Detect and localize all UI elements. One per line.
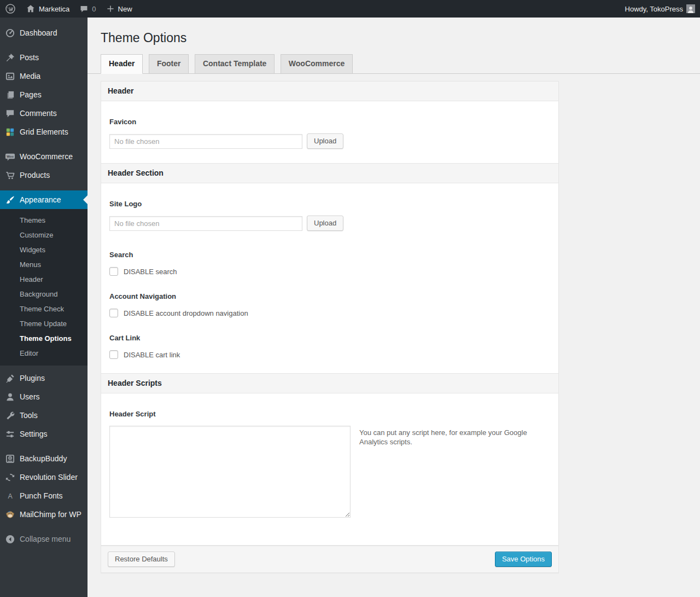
tab-footer[interactable]: Footer: [149, 54, 189, 74]
sidebar-item-appearance[interactable]: Appearance: [0, 190, 88, 209]
sidebar-item-woocommerce[interactable]: Woo WooCommerce: [0, 147, 88, 166]
cart-icon: [0, 170, 20, 181]
sidebar-item-plugins[interactable]: Plugins: [0, 369, 88, 387]
backup-icon: [0, 454, 20, 464]
header-script-textarea[interactable]: [109, 426, 351, 518]
new-label: New: [118, 5, 132, 13]
save-options-button[interactable]: Save Options: [495, 552, 552, 567]
section-header-title: Header: [101, 82, 558, 101]
sidebar-item-users[interactable]: Users: [0, 387, 88, 406]
submenu-item-menus[interactable]: Menus: [0, 257, 88, 272]
svg-text:A: A: [8, 492, 13, 500]
sidebar-item-label: Tools: [20, 411, 38, 420]
my-account-menu[interactable]: Howdy, TokoPress: [620, 0, 700, 18]
sidebar-item-label: Dashboard: [20, 28, 57, 37]
sidebar-item-punch-fonts[interactable]: A Punch Fonts: [0, 486, 88, 505]
dashboard-icon: [0, 28, 20, 38]
plus-icon: [106, 4, 115, 13]
restore-defaults-button[interactable]: Restore Defaults: [108, 552, 175, 567]
submenu-item-header[interactable]: Header: [0, 272, 88, 287]
header-script-label: Header Script: [109, 410, 550, 418]
refresh-icon: [0, 472, 20, 483]
sidebar-item-grid-elements[interactable]: Grid Elements: [0, 123, 88, 141]
monkey-icon: [0, 509, 20, 520]
comment-bubble-icon: [79, 4, 89, 14]
sidebar-item-label: Revolution Slider: [20, 473, 78, 482]
submenu-item-themes[interactable]: Themes: [0, 213, 88, 228]
site-logo-file-input[interactable]: [109, 216, 302, 231]
section-header-scripts-title: Header Scripts: [101, 374, 558, 393]
submenu-item-widgets[interactable]: Widgets: [0, 242, 88, 257]
sidebar-item-posts[interactable]: Posts: [0, 48, 88, 67]
submenu-item-background[interactable]: Background: [0, 287, 88, 302]
comment-icon: [0, 108, 20, 119]
plug-icon: [0, 373, 20, 384]
sidebar-item-dashboard[interactable]: Dashboard: [0, 24, 88, 42]
sidebar-item-tools[interactable]: Tools: [0, 406, 88, 425]
sidebar-item-pages[interactable]: Pages: [0, 85, 88, 104]
sidebar-item-backupbuddy[interactable]: BackupBuddy: [0, 449, 88, 468]
theme-options-tabs: Header Footer Contact Template WooCommer…: [88, 46, 700, 74]
wrench-icon: [0, 410, 20, 421]
site-link[interactable]: Marketica: [21, 0, 74, 18]
submenu-item-customize[interactable]: Customize: [0, 228, 88, 242]
home-icon: [26, 4, 36, 14]
collapse-menu-button[interactable]: Collapse menu: [0, 530, 88, 548]
sidebar-item-label: Comments: [20, 109, 57, 118]
wordpress-logo-menu[interactable]: [0, 0, 21, 18]
tab-header[interactable]: Header: [101, 54, 143, 74]
comments-shortcut[interactable]: 0: [74, 0, 101, 18]
disable-search-label: DISABLE search: [124, 268, 177, 276]
disable-cart-link-label: DISABLE cart link: [124, 351, 180, 359]
sidebar-item-comments[interactable]: Comments: [0, 104, 88, 123]
favicon-label: Favicon: [109, 118, 550, 126]
howdy-text: Howdy, TokoPress: [625, 5, 683, 13]
grid-elements-icon: [0, 127, 20, 137]
brush-icon: [0, 195, 20, 205]
section-header-section-title: Header Section: [101, 164, 558, 183]
submenu-item-theme-check[interactable]: Theme Check: [0, 302, 88, 316]
sidebar-item-label: Punch Fonts: [20, 491, 63, 500]
sidebar-item-label: WooCommerce: [20, 152, 73, 161]
woocommerce-icon: Woo: [0, 152, 20, 162]
disable-account-nav-checkbox[interactable]: [109, 309, 118, 317]
sidebar-item-label: Plugins: [20, 374, 45, 382]
sidebar-item-label: Grid Elements: [20, 127, 68, 136]
appearance-submenu: Themes Customize Widgets Menus Header Ba…: [0, 209, 88, 366]
submenu-item-theme-update[interactable]: Theme Update: [0, 316, 88, 331]
sidebar-item-label: Appearance: [20, 195, 61, 204]
sidebar-item-settings[interactable]: Settings: [0, 425, 88, 443]
admin-bar: Marketica 0 New Howdy, TokoPress: [0, 0, 700, 18]
section-header-section-body: Site Logo Upload Search DISABLE search A…: [101, 183, 558, 374]
user-icon: [0, 392, 20, 402]
sidebar-item-label: Media: [20, 72, 40, 80]
page-title: Theme Options: [88, 18, 700, 46]
submenu-item-editor[interactable]: Editor: [0, 346, 88, 361]
sidebar-item-revolution-slider[interactable]: Revolution Slider: [0, 468, 88, 486]
cart-link-label: Cart Link: [109, 334, 550, 342]
media-icon: [0, 71, 20, 82]
header-script-hint: You can put any script here, for example…: [359, 426, 529, 447]
sidebar-item-products[interactable]: Products: [0, 166, 88, 184]
tab-contact-template[interactable]: Contact Template: [195, 54, 275, 74]
sidebar-item-label: Products: [20, 171, 50, 179]
sidebar-item-media[interactable]: Media: [0, 67, 88, 85]
disable-search-checkbox[interactable]: [109, 267, 118, 276]
new-content-menu[interactable]: New: [101, 0, 137, 18]
comment-count: 0: [92, 5, 96, 13]
section-header-body: Favicon Upload: [101, 101, 558, 164]
disable-cart-link-checkbox[interactable]: [109, 350, 118, 359]
main-content: Theme Options Header Footer Contact Temp…: [88, 18, 700, 597]
favicon-upload-button[interactable]: Upload: [307, 134, 343, 149]
site-name: Marketica: [39, 5, 69, 13]
search-label: Search: [109, 251, 550, 259]
sidebar-item-label: BackupBuddy: [20, 454, 67, 463]
panel-footer: Restore Defaults Save Options: [101, 546, 558, 572]
favicon-file-input[interactable]: [109, 134, 302, 149]
site-logo-upload-button[interactable]: Upload: [307, 216, 343, 231]
tab-woocommerce[interactable]: WooCommerce: [281, 54, 353, 74]
submenu-item-theme-options[interactable]: Theme Options: [0, 331, 88, 346]
sidebar-item-mailchimp[interactable]: MailChimp for WP: [0, 505, 88, 524]
pages-icon: [0, 90, 20, 100]
admin-sidebar: Dashboard Posts Media Pages Comments: [0, 18, 88, 597]
